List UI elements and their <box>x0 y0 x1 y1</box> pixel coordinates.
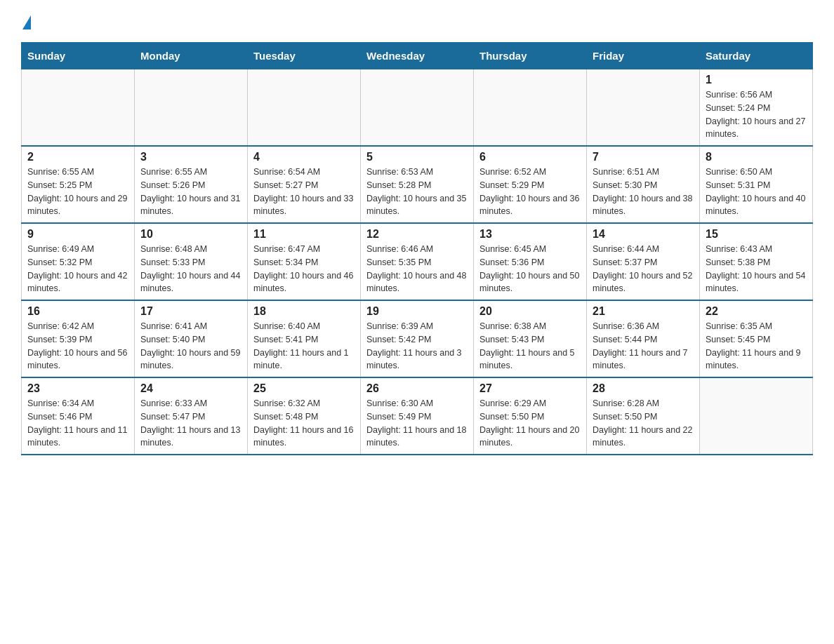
day-number: 14 <box>593 228 694 241</box>
calendar-cell: 28Sunrise: 6:28 AMSunset: 5:50 PMDayligh… <box>587 377 700 455</box>
day-number: 17 <box>140 305 241 318</box>
day-info: Sunrise: 6:53 AMSunset: 5:28 PMDaylight:… <box>366 166 468 218</box>
calendar-cell: 14Sunrise: 6:44 AMSunset: 5:37 PMDayligh… <box>587 223 700 300</box>
calendar-cell: 19Sunrise: 6:39 AMSunset: 5:42 PMDayligh… <box>361 300 474 377</box>
calendar-cell: 4Sunrise: 6:54 AMSunset: 5:27 PMDaylight… <box>248 146 361 223</box>
day-number: 10 <box>140 228 241 241</box>
calendar-week-1: 1Sunrise: 6:56 AMSunset: 5:24 PMDaylight… <box>22 69 813 147</box>
day-info: Sunrise: 6:54 AMSunset: 5:27 PMDaylight:… <box>253 166 355 218</box>
calendar-cell: 17Sunrise: 6:41 AMSunset: 5:40 PMDayligh… <box>135 300 248 377</box>
calendar-cell: 24Sunrise: 6:33 AMSunset: 5:47 PMDayligh… <box>135 377 248 455</box>
day-info: Sunrise: 6:43 AMSunset: 5:38 PMDaylight:… <box>706 243 807 295</box>
calendar-cell <box>361 69 474 147</box>
day-number: 13 <box>479 228 581 241</box>
day-info: Sunrise: 6:45 AMSunset: 5:36 PMDaylight:… <box>479 243 581 295</box>
day-info: Sunrise: 6:51 AMSunset: 5:30 PMDaylight:… <box>593 166 694 218</box>
calendar-cell <box>135 69 248 147</box>
day-number: 23 <box>27 382 128 395</box>
logo-triangle-icon <box>22 15 31 29</box>
day-info: Sunrise: 6:41 AMSunset: 5:40 PMDaylight:… <box>140 320 241 373</box>
calendar-cell: 1Sunrise: 6:56 AMSunset: 5:24 PMDaylight… <box>700 69 813 147</box>
logo <box>21 14 31 29</box>
day-info: Sunrise: 6:38 AMSunset: 5:43 PMDaylight:… <box>479 320 581 373</box>
day-header-sunday: Sunday <box>22 43 135 69</box>
calendar-cell: 10Sunrise: 6:48 AMSunset: 5:33 PMDayligh… <box>135 223 248 300</box>
calendar-cell: 7Sunrise: 6:51 AMSunset: 5:30 PMDaylight… <box>587 146 700 223</box>
day-number: 15 <box>706 228 807 241</box>
day-info: Sunrise: 6:56 AMSunset: 5:24 PMDaylight:… <box>706 88 807 141</box>
day-number: 18 <box>253 305 355 318</box>
calendar-cell: 3Sunrise: 6:55 AMSunset: 5:26 PMDaylight… <box>135 146 248 223</box>
day-info: Sunrise: 6:33 AMSunset: 5:47 PMDaylight:… <box>140 397 241 450</box>
day-number: 5 <box>366 151 468 163</box>
calendar-cell <box>248 69 361 147</box>
calendar-cell <box>474 69 587 147</box>
calendar-cell: 18Sunrise: 6:40 AMSunset: 5:41 PMDayligh… <box>248 300 361 377</box>
calendar-cell: 21Sunrise: 6:36 AMSunset: 5:44 PMDayligh… <box>587 300 700 377</box>
calendar-week-5: 23Sunrise: 6:34 AMSunset: 5:46 PMDayligh… <box>22 377 813 455</box>
day-info: Sunrise: 6:49 AMSunset: 5:32 PMDaylight:… <box>27 243 128 295</box>
calendar-cell <box>22 69 135 147</box>
day-header-thursday: Thursday <box>474 43 587 69</box>
day-info: Sunrise: 6:36 AMSunset: 5:44 PMDaylight:… <box>593 320 694 373</box>
day-number: 7 <box>593 151 694 163</box>
day-info: Sunrise: 6:48 AMSunset: 5:33 PMDaylight:… <box>140 243 241 295</box>
day-info: Sunrise: 6:35 AMSunset: 5:45 PMDaylight:… <box>706 320 807 373</box>
calendar-cell: 20Sunrise: 6:38 AMSunset: 5:43 PMDayligh… <box>474 300 587 377</box>
calendar-cell: 13Sunrise: 6:45 AMSunset: 5:36 PMDayligh… <box>474 223 587 300</box>
calendar-cell: 26Sunrise: 6:30 AMSunset: 5:49 PMDayligh… <box>361 377 474 455</box>
day-info: Sunrise: 6:55 AMSunset: 5:25 PMDaylight:… <box>27 166 128 218</box>
day-number: 26 <box>366 382 468 395</box>
calendar-cell: 27Sunrise: 6:29 AMSunset: 5:50 PMDayligh… <box>474 377 587 455</box>
calendar-cell: 11Sunrise: 6:47 AMSunset: 5:34 PMDayligh… <box>248 223 361 300</box>
day-number: 4 <box>253 151 355 163</box>
day-info: Sunrise: 6:39 AMSunset: 5:42 PMDaylight:… <box>366 320 468 373</box>
day-number: 11 <box>253 228 355 241</box>
calendar-table: SundayMondayTuesdayWednesdayThursdayFrid… <box>21 42 813 455</box>
day-info: Sunrise: 6:40 AMSunset: 5:41 PMDaylight:… <box>253 320 355 373</box>
calendar-cell: 23Sunrise: 6:34 AMSunset: 5:46 PMDayligh… <box>22 377 135 455</box>
day-header-saturday: Saturday <box>700 43 813 69</box>
day-number: 24 <box>140 382 241 395</box>
page-header <box>21 14 813 29</box>
day-number: 12 <box>366 228 468 241</box>
day-number: 25 <box>253 382 355 395</box>
day-header-friday: Friday <box>587 43 700 69</box>
calendar-cell <box>587 69 700 147</box>
calendar-cell: 9Sunrise: 6:49 AMSunset: 5:32 PMDaylight… <box>22 223 135 300</box>
day-info: Sunrise: 6:34 AMSunset: 5:46 PMDaylight:… <box>27 397 128 450</box>
day-info: Sunrise: 6:42 AMSunset: 5:39 PMDaylight:… <box>27 320 128 373</box>
day-info: Sunrise: 6:55 AMSunset: 5:26 PMDaylight:… <box>140 166 241 218</box>
calendar-cell <box>700 377 813 455</box>
calendar-cell: 5Sunrise: 6:53 AMSunset: 5:28 PMDaylight… <box>361 146 474 223</box>
day-number: 2 <box>27 151 128 163</box>
day-number: 8 <box>706 151 807 163</box>
day-number: 28 <box>593 382 694 395</box>
day-number: 1 <box>706 74 807 86</box>
day-number: 27 <box>479 382 581 395</box>
day-number: 19 <box>366 305 468 318</box>
day-number: 21 <box>593 305 694 318</box>
calendar-week-2: 2Sunrise: 6:55 AMSunset: 5:25 PMDaylight… <box>22 146 813 223</box>
day-info: Sunrise: 6:29 AMSunset: 5:50 PMDaylight:… <box>479 397 581 450</box>
calendar-cell: 25Sunrise: 6:32 AMSunset: 5:48 PMDayligh… <box>248 377 361 455</box>
calendar-cell: 6Sunrise: 6:52 AMSunset: 5:29 PMDaylight… <box>474 146 587 223</box>
day-header-tuesday: Tuesday <box>248 43 361 69</box>
day-number: 22 <box>706 305 807 318</box>
calendar-cell: 12Sunrise: 6:46 AMSunset: 5:35 PMDayligh… <box>361 223 474 300</box>
day-info: Sunrise: 6:50 AMSunset: 5:31 PMDaylight:… <box>706 166 807 218</box>
day-info: Sunrise: 6:52 AMSunset: 5:29 PMDaylight:… <box>479 166 581 218</box>
day-number: 6 <box>479 151 581 163</box>
calendar-cell: 22Sunrise: 6:35 AMSunset: 5:45 PMDayligh… <box>700 300 813 377</box>
calendar-week-4: 16Sunrise: 6:42 AMSunset: 5:39 PMDayligh… <box>22 300 813 377</box>
calendar-header-row: SundayMondayTuesdayWednesdayThursdayFrid… <box>22 43 813 69</box>
day-number: 20 <box>479 305 581 318</box>
calendar-cell: 16Sunrise: 6:42 AMSunset: 5:39 PMDayligh… <box>22 300 135 377</box>
calendar-cell: 15Sunrise: 6:43 AMSunset: 5:38 PMDayligh… <box>700 223 813 300</box>
day-info: Sunrise: 6:47 AMSunset: 5:34 PMDaylight:… <box>253 243 355 295</box>
day-number: 16 <box>27 305 128 318</box>
calendar-cell: 8Sunrise: 6:50 AMSunset: 5:31 PMDaylight… <box>700 146 813 223</box>
calendar-week-3: 9Sunrise: 6:49 AMSunset: 5:32 PMDaylight… <box>22 223 813 300</box>
day-header-monday: Monday <box>135 43 248 69</box>
calendar-cell: 2Sunrise: 6:55 AMSunset: 5:25 PMDaylight… <box>22 146 135 223</box>
